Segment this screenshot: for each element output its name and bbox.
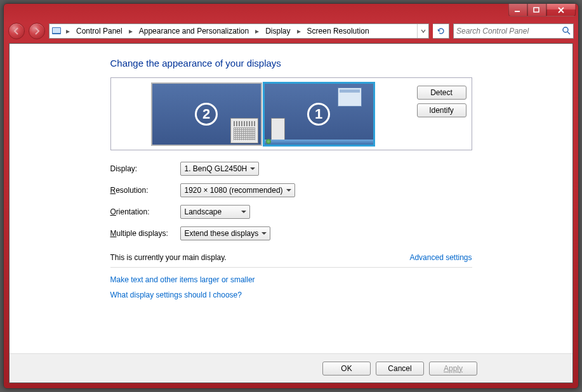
display-select[interactable]: 1. BenQ GL2450H: [180, 162, 260, 176]
orientation-select-value: Landscape: [185, 207, 222, 216]
address-bar[interactable]: ▸ Control Panel ▸ Appearance and Persona…: [49, 23, 429, 39]
search-icon: [562, 26, 571, 37]
breadcrumb-screen-resolution[interactable]: Screen Resolution: [303, 24, 373, 38]
dialog-button-bar: OK Cancel Apply: [10, 353, 572, 382]
nav-back-button[interactable]: [8, 23, 25, 39]
page-title: Change the appearance of your displays: [110, 58, 472, 69]
minimize-icon: [514, 7, 522, 13]
settings-form: Display: 1. BenQ GL2450H Resolution: 192…: [110, 162, 472, 240]
orientation-select[interactable]: Landscape: [180, 205, 250, 219]
close-icon: [557, 7, 565, 13]
close-button[interactable]: [546, 4, 576, 16]
multiple-displays-select-value: Extend these displays: [185, 229, 259, 238]
monitor-number-label: 2: [195, 103, 218, 126]
advanced-settings-link[interactable]: Advanced settings: [409, 253, 472, 262]
maximize-icon: [533, 7, 541, 13]
multiple-displays-label: Multiple displays:: [110, 229, 180, 238]
address-row: ▸ Control Panel ▸ Appearance and Persona…: [8, 22, 574, 41]
status-row: This is currently your main display. Adv…: [110, 253, 472, 268]
monitor-taskbar-icon: [265, 140, 373, 145]
monitor-1[interactable]: 1: [263, 82, 374, 146]
search-input[interactable]: [456, 27, 562, 36]
detect-button[interactable]: Detect: [417, 86, 466, 100]
monitor-brand-overlay-icon: [230, 118, 258, 143]
apply-button[interactable]: Apply: [429, 362, 477, 376]
address-dropdown[interactable]: [417, 24, 428, 38]
cancel-button[interactable]: Cancel: [376, 362, 424, 376]
monitor-number-label: 1: [307, 103, 330, 126]
search-box[interactable]: [453, 23, 574, 39]
svg-rect-0: [515, 11, 520, 12]
orientation-label: Orientation:: [110, 207, 180, 216]
resolution-select-value: 1920 × 1080 (recommended): [185, 186, 283, 195]
svg-rect-1: [534, 8, 539, 12]
help-link[interactable]: What display settings should I choose?: [110, 291, 472, 299]
ok-button[interactable]: OK: [322, 362, 371, 376]
display-select-value: 1. BenQ GL2450H: [185, 164, 248, 173]
display-label: Display:: [110, 164, 180, 173]
text-size-link[interactable]: Make text and other items larger or smal…: [110, 275, 472, 284]
window-frame: ▸ Control Panel ▸ Appearance and Persona…: [3, 3, 579, 389]
help-links: Make text and other items larger or smal…: [110, 275, 472, 299]
breadcrumb-appearance[interactable]: Appearance and Personalization: [135, 24, 253, 38]
window-controls: [508, 4, 576, 16]
arrow-right-icon: [32, 27, 41, 36]
arrow-left-icon: [12, 27, 21, 36]
chevron-right-icon: ▸: [294, 27, 303, 36]
svg-rect-3: [53, 28, 60, 33]
titlebar: [4, 4, 578, 22]
multiple-displays-select[interactable]: Extend these displays: [180, 226, 271, 240]
refresh-icon: [437, 27, 446, 36]
content-scroll: Change the appearance of your displays 2…: [10, 44, 572, 352]
chevron-down-icon: [421, 29, 426, 34]
monitor-start-icon: [266, 139, 271, 144]
monitor-2[interactable]: 2: [151, 82, 262, 146]
monitor-stage[interactable]: 2 1: [116, 83, 409, 145]
chevron-right-icon: ▸: [63, 27, 72, 36]
chevron-right-icon: ▸: [253, 27, 261, 36]
monitor-side-buttons: Detect Identify: [409, 83, 466, 117]
monitor-arrangement-box: 2 1 Detect Identify: [110, 77, 472, 150]
nav-forward-button[interactable]: [29, 23, 45, 39]
resolution-label: Resolution:: [110, 186, 180, 195]
chevron-right-icon: ▸: [126, 27, 135, 36]
client-area: Change the appearance of your displays 2…: [9, 43, 573, 383]
breadcrumb-control-panel[interactable]: Control Panel: [72, 24, 126, 38]
main-display-status: This is currently your main display.: [110, 253, 227, 262]
minimize-button[interactable]: [508, 4, 527, 16]
control-panel-icon: [50, 24, 63, 38]
identify-button[interactable]: Identify: [417, 103, 466, 117]
refresh-button[interactable]: [433, 23, 449, 39]
resolution-select[interactable]: 1920 × 1080 (recommended): [180, 183, 295, 197]
maximize-button[interactable]: [527, 4, 546, 16]
breadcrumb-display[interactable]: Display: [261, 24, 294, 38]
monitor-window-icon: [338, 88, 362, 107]
svg-point-4: [563, 27, 568, 32]
